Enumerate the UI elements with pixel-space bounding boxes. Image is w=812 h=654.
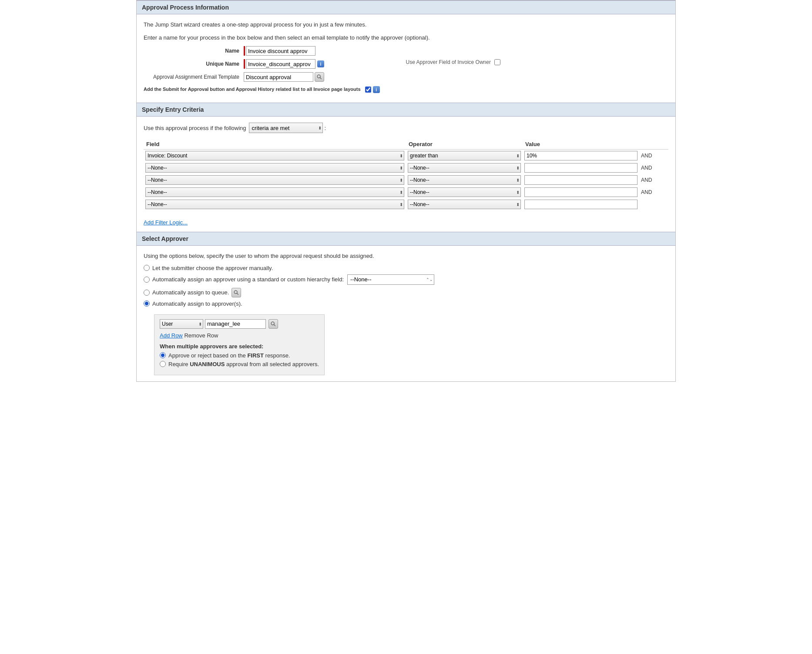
operator-select-2[interactable]: --None-- <box>408 163 521 173</box>
criteria-type-select-wrap: criteria are met formula evaluates to tr… <box>249 123 323 133</box>
unique-name-info-icon[interactable]: i <box>317 60 324 67</box>
entry-criteria-title: Specify Entry Criteria <box>142 106 204 113</box>
operator-select-4[interactable]: --None-- <box>408 187 521 197</box>
connector-5 <box>639 198 668 210</box>
operator-select-wrap-1: greater than <box>408 151 521 160</box>
approval-process-desc2: Enter a name for your process in the box… <box>144 33 668 42</box>
submit-button-label: Add the Submit for Approval button and A… <box>144 85 365 92</box>
svg-line-3 <box>237 293 238 294</box>
operator-select-wrap-4: --None-- <box>408 187 521 197</box>
multiple-approvers-label: When multiple approvers are selected: <box>160 343 319 350</box>
multiple-approvers-option-1-row: Approve or reject based on the FIRST res… <box>160 352 319 359</box>
hierarchy-select-wrap: --None-- <box>347 274 434 285</box>
approver-type-select[interactable]: User Group Queue <box>160 319 203 329</box>
approver-name-input[interactable] <box>205 319 266 329</box>
approver-option-4-label: Automatically assign to approver(s). <box>152 300 242 307</box>
approver-option-1-row: Let the submitter choose the approver ma… <box>144 265 668 271</box>
approval-process-header: Approval Process Information <box>137 0 675 14</box>
field-select-5[interactable]: --None-- <box>145 200 404 209</box>
field-select-wrap-2: --None-- <box>145 163 404 173</box>
value-input-2[interactable] <box>524 163 638 173</box>
approver-field-checkbox[interactable] <box>494 59 500 65</box>
svg-line-5 <box>274 324 275 326</box>
multiple-approvers-option-2-row: Require UNANIMOUS approval from all sele… <box>160 361 319 367</box>
approver-option-2-row: Automatically assign an approver using a… <box>144 274 668 285</box>
criteria-colon: : <box>325 125 326 131</box>
first-response-radio[interactable] <box>160 352 166 358</box>
value-header: Value <box>523 139 639 150</box>
approver-search-button[interactable] <box>268 319 278 329</box>
add-remove-row: Add Row Remove Row <box>160 332 319 339</box>
connector-3: AND <box>639 174 668 186</box>
email-template-search-button[interactable] <box>315 72 324 82</box>
email-template-input[interactable] <box>244 72 313 82</box>
connector-2: AND <box>639 162 668 174</box>
operator-select-wrap-3: --None-- <box>408 175 521 185</box>
field-select-4[interactable]: --None-- <box>145 187 404 197</box>
first-response-label: Approve or reject based on the FIRST res… <box>168 352 290 359</box>
approval-process-desc1: The Jump Start wizard creates a one-step… <box>144 20 668 29</box>
unanimous-label: Require UNANIMOUS approval from all sele… <box>168 361 319 367</box>
value-input-4[interactable] <box>524 187 638 197</box>
field-select-3[interactable]: --None-- <box>145 175 404 185</box>
approver-field-label: Use Approver Field of Invoice Owner <box>406 59 491 65</box>
unanimous-bold: UNANIMOUS <box>190 361 225 367</box>
approver-option-3-label: Automatically assign to queue. <box>152 289 229 296</box>
operator-select-1[interactable]: greater than <box>408 151 521 160</box>
connector-4: AND <box>639 186 668 198</box>
approver-type-select-wrap: User Group Queue <box>160 319 203 329</box>
approver-option-2-radio[interactable] <box>144 277 150 283</box>
value-input-1[interactable] <box>524 151 638 160</box>
criteria-intro-text: Use this approval process if the followi… <box>144 125 246 131</box>
approver-option-3-radio[interactable] <box>144 290 150 296</box>
criteria-row-2: --None-- --None-- AND <box>144 162 668 174</box>
operator-select-wrap-2: --None-- <box>408 163 521 173</box>
connector-1: AND <box>639 150 668 162</box>
field-select-1[interactable]: Invoice: Discount <box>145 151 404 160</box>
field-select-2[interactable]: --None-- <box>145 163 404 173</box>
approver-option-4-radio[interactable] <box>144 300 150 307</box>
name-required-bar <box>244 46 245 56</box>
name-input[interactable] <box>246 46 315 56</box>
unique-name-input[interactable] <box>246 59 315 69</box>
criteria-row-5: --None-- --None-- <box>144 198 668 210</box>
approver-option-2-label: Automatically assign an approver using a… <box>152 276 344 283</box>
add-filter-logic-link[interactable]: Add Filter Logic... <box>144 219 188 226</box>
criteria-type-select[interactable]: criteria are met formula evaluates to tr… <box>249 123 323 133</box>
queue-search-button[interactable] <box>232 288 241 297</box>
operator-header: Operator <box>406 139 523 150</box>
submit-button-checkbox[interactable] <box>365 87 371 93</box>
select-approver-header: Select Approver <box>137 232 675 246</box>
email-template-label: Approval Assignment Email Template <box>144 74 244 80</box>
criteria-row-3: --None-- --None-- AND <box>144 174 668 186</box>
approver-option-1-radio[interactable] <box>144 265 150 271</box>
add-row-link[interactable]: Add Row <box>160 332 183 339</box>
remove-row-link[interactable]: Remove Row <box>184 332 218 339</box>
criteria-table: Field Operator Value Invoice: Discount <box>144 139 668 210</box>
submit-button-info-icon[interactable]: i <box>373 86 380 93</box>
operator-select-3[interactable]: --None-- <box>408 175 521 185</box>
unanimous-radio[interactable] <box>160 361 166 367</box>
operator-select-wrap-5: --None-- <box>408 200 521 209</box>
criteria-row-1: Invoice: Discount greater than <box>144 150 668 162</box>
entry-criteria-header: Specify Entry Criteria <box>137 103 675 117</box>
approver-option-1-label: Let the submitter choose the approver ma… <box>152 265 273 271</box>
approver-box: User Group Queue Add Row Remove Row <box>154 314 325 375</box>
value-input-5[interactable] <box>524 200 638 209</box>
first-bold: FIRST <box>247 352 264 359</box>
select-approver-desc: Using the options below, specify the use… <box>144 252 668 260</box>
approver-option-3-row: Automatically assign to queue. <box>144 288 668 297</box>
operator-select-5[interactable]: --None-- <box>408 200 521 209</box>
value-input-3[interactable] <box>524 175 638 185</box>
criteria-row-4: --None-- --None-- AND <box>144 186 668 198</box>
name-label: Name <box>144 48 244 54</box>
svg-line-1 <box>320 78 322 79</box>
field-select-wrap-3: --None-- <box>145 175 404 185</box>
field-select-wrap-1: Invoice: Discount <box>145 151 404 160</box>
select-approver-title: Select Approver <box>142 235 188 242</box>
field-select-wrap-4: --None-- <box>145 187 404 197</box>
approver-option-4-row: Automatically assign to approver(s). <box>144 300 668 307</box>
hierarchy-select[interactable]: --None-- <box>347 274 434 285</box>
connector-header <box>639 139 668 150</box>
unique-name-label: Unique Name <box>144 61 244 67</box>
